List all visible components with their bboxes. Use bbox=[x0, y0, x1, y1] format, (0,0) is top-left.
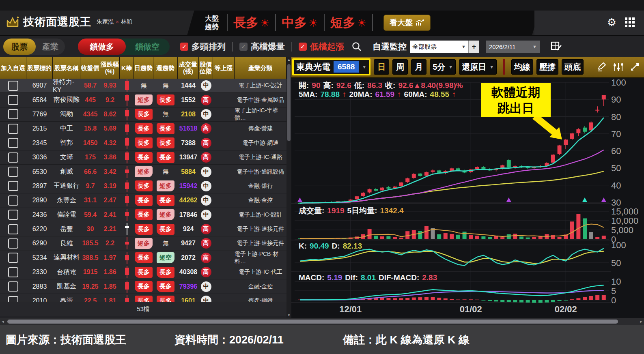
date-select[interactable]: 2026/2/11 ▼ bbox=[486, 41, 540, 53]
column-header[interactable]: 加入自選 bbox=[0, 57, 26, 79]
row-checkbox[interactable] bbox=[8, 210, 18, 220]
view-market-button[interactable]: 看大盤 bbox=[383, 15, 431, 31]
indicator-settings-icon[interactable] bbox=[613, 62, 624, 72]
add-watchlist-button[interactable]: + bbox=[468, 41, 479, 53]
overlay-support-button[interactable]: 壓撐 bbox=[536, 59, 558, 75]
price-level-badge: 中 bbox=[201, 181, 211, 191]
column-header[interactable]: K棒 bbox=[120, 57, 134, 79]
gear-icon[interactable]: ⚙ bbox=[607, 17, 616, 28]
checkbox-checked-icon[interactable] bbox=[299, 43, 307, 51]
row-checkbox[interactable] bbox=[8, 138, 18, 148]
expand-icon[interactable] bbox=[630, 62, 639, 71]
checkbox-unchecked-icon[interactable] bbox=[239, 43, 248, 51]
row-checkbox[interactable] bbox=[8, 296, 18, 302]
scroll-down-icon[interactable]: ▼ bbox=[286, 312, 291, 318]
row-checkbox[interactable] bbox=[8, 181, 18, 191]
tab-stock[interactable]: 股票 bbox=[3, 39, 36, 55]
table-row[interactable]: 7769鴻勁43458.62長多無2108中電子上游-IC-半導體… bbox=[0, 107, 286, 122]
table-row[interactable]: 2330台積電19151.86長多長多40308高電子上游-IC-代工 bbox=[0, 265, 286, 279]
column-header[interactable]: 股票名稱 bbox=[53, 57, 80, 79]
lock-long-button[interactable]: 鎖做多 bbox=[78, 39, 126, 55]
cell-weekly-trend: 長多 bbox=[153, 136, 178, 150]
column-header[interactable]: 漲跌幅 (%) bbox=[100, 57, 120, 79]
table-row[interactable]: 2010春源22.51.81長多長多1601中傳產-鋼鐵 bbox=[0, 294, 286, 302]
row-checkbox[interactable] bbox=[8, 167, 18, 177]
cell-change-pct: 3.19 bbox=[100, 179, 120, 193]
cell-close: 9.7 bbox=[80, 179, 100, 193]
row-checkbox[interactable] bbox=[8, 253, 18, 263]
minute-select[interactable]: 5分▼ bbox=[430, 59, 456, 75]
candle-icon bbox=[123, 108, 131, 120]
table-row[interactable]: 6220岳豐302.21長多長多924高電子上游-連接元件 bbox=[0, 222, 286, 236]
search-icon[interactable] bbox=[351, 41, 362, 52]
table-vertical-scrollbar[interactable]: ▲ ▼ bbox=[286, 57, 291, 318]
header-top-strip bbox=[0, 0, 644, 11]
kd-info-line: K:90.49 D:82.13 bbox=[299, 242, 362, 251]
column-header[interactable]: 股價 位階 bbox=[199, 57, 213, 79]
overlay-ma-button[interactable]: 均線 bbox=[511, 59, 533, 75]
row-checkbox[interactable] bbox=[8, 124, 18, 134]
column-header[interactable]: 日趨勢 bbox=[134, 57, 153, 79]
chevron-down-icon[interactable]: ▼ bbox=[362, 64, 366, 69]
table-row[interactable]: 2345智邦14504.32長多長多7388高電子中游-網通 bbox=[0, 136, 286, 150]
row-checkbox[interactable] bbox=[8, 267, 18, 277]
cell-add-watch bbox=[0, 93, 26, 107]
trend-badge: 長多 bbox=[135, 137, 153, 148]
cell-daily-trend: 長多 bbox=[134, 251, 153, 265]
watchlist-edit-icon[interactable] bbox=[551, 41, 562, 52]
table-row[interactable]: 6584南俊國際4459.2短多長多1552高電子中游-金屬製品 bbox=[0, 93, 286, 107]
column-header[interactable]: 週趨勢 bbox=[153, 57, 178, 79]
lock-short-button[interactable]: 鎖做空 bbox=[126, 39, 169, 55]
column-header[interactable]: 產業分類 bbox=[235, 57, 286, 79]
column-header[interactable]: 成交量 (張) bbox=[178, 57, 199, 79]
table-row[interactable]: 6530創威66.63.42短多無5884中電子中游-通訊設備 bbox=[0, 165, 286, 179]
table-row[interactable]: 2897王道銀行9.73.19長多短多15942中金融-銀行 bbox=[0, 179, 286, 193]
table-row[interactable]: 2883凱基金19.251.85長多長多79396中金融-金控 bbox=[0, 279, 286, 294]
scroll-up-icon[interactable]: ▲ bbox=[286, 57, 291, 62]
scroll-right-icon[interactable]: ► bbox=[638, 318, 644, 325]
table-row[interactable]: 2890永豐金31.12.47長多長多44262中金融-金控 bbox=[0, 193, 286, 208]
period-day-button[interactable]: 日 bbox=[374, 59, 389, 75]
cell-industry: 電子上游-IC-通路 bbox=[235, 150, 286, 164]
overlay-topbottom-button[interactable]: 頭底 bbox=[562, 59, 584, 75]
row-checkbox[interactable] bbox=[8, 152, 18, 163]
column-header[interactable]: 等上漲 bbox=[213, 57, 235, 79]
table-row[interactable]: 5234達興材料388.51.97長多短空2072高電子上游-PCB-材料… bbox=[0, 251, 286, 265]
scrollbar-thumb[interactable] bbox=[287, 64, 291, 141]
row-checkbox[interactable] bbox=[8, 109, 18, 119]
row-checkbox[interactable] bbox=[8, 238, 18, 249]
stock-code-input[interactable]: 6588 bbox=[334, 61, 359, 73]
watchlist-select[interactable]: 全部股票 ▼ bbox=[410, 41, 468, 53]
cell-volume: 1444 bbox=[178, 79, 199, 92]
row-checkbox[interactable] bbox=[8, 81, 18, 91]
filter-high-volume[interactable]: 高檔爆量 bbox=[239, 41, 285, 52]
filter-bullish-alignment[interactable]: 多頭排列 bbox=[180, 41, 226, 52]
column-header[interactable]: 股票標的 bbox=[26, 57, 53, 79]
cell-daily-trend: 短多 bbox=[134, 236, 153, 250]
table-row[interactable]: 2436偉詮電59.42.41長多短多17846中電子上游-IC-設計 bbox=[0, 208, 286, 222]
trend-badge: 長多 bbox=[135, 152, 153, 163]
column-header[interactable]: 收盤價 bbox=[80, 57, 100, 79]
svg-text:80: 80 bbox=[611, 112, 621, 122]
chart-canvas[interactable]: 1009080706050403015,00010,0005,000010050… bbox=[291, 78, 644, 320]
table-row[interactable]: 3036文曄1753.86長多長多13947高電子上游-IC-通路 bbox=[0, 150, 286, 165]
horizontal-scrollbar[interactable]: ◄ ► bbox=[0, 318, 644, 325]
table-row[interactable]: 2515中工15.85.69長多長多51618高傳產-營建 bbox=[0, 122, 286, 136]
row-checkbox[interactable] bbox=[8, 195, 18, 206]
period-month-button[interactable]: 月 bbox=[411, 59, 426, 75]
period-week-button[interactable]: 周 bbox=[392, 59, 408, 75]
grid-menu-icon[interactable] bbox=[625, 17, 635, 28]
draw-pencil-icon[interactable] bbox=[597, 62, 607, 72]
table-row[interactable]: 6907雅特力-KY58.79.93無無1444中電子上游-IC-設計 bbox=[0, 79, 286, 93]
checkbox-checked-icon[interactable] bbox=[180, 43, 188, 51]
row-checkbox[interactable] bbox=[8, 224, 18, 234]
filter-low-rise[interactable]: 低檔起漲 bbox=[299, 41, 344, 52]
tab-industry[interactable]: 產業 bbox=[36, 39, 65, 55]
restore-select[interactable]: 還原日▼ bbox=[459, 59, 497, 75]
scroll-left-icon[interactable]: ◄ bbox=[0, 318, 6, 325]
row-checkbox[interactable] bbox=[8, 281, 18, 292]
row-checkbox[interactable] bbox=[8, 95, 18, 105]
table-row[interactable]: 6290良維185.52.2短多無9427高電子上游-連接元件 bbox=[0, 236, 286, 251]
cell-wait-rise bbox=[213, 93, 235, 107]
scrollbar-thumb[interactable] bbox=[7, 320, 618, 324]
